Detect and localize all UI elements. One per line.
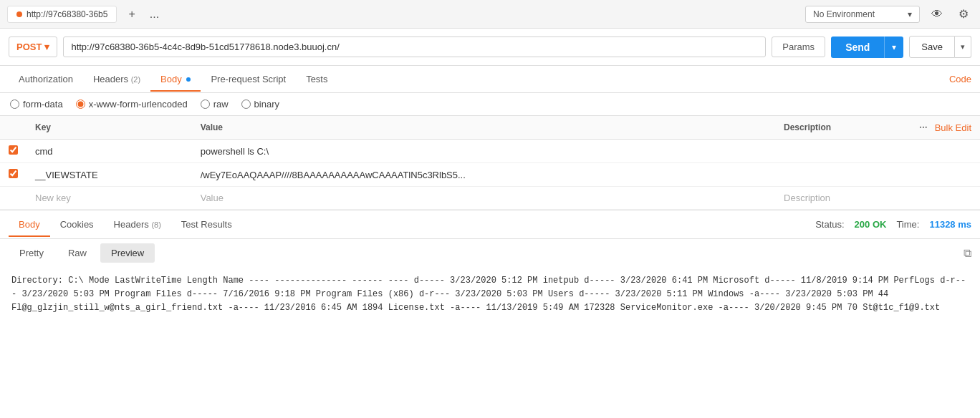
new-value-cell[interactable]: Value <box>192 187 775 210</box>
raw-option[interactable]: raw <box>201 99 229 110</box>
url-bar: POST ▾ Params Send ▾ Save ▾ <box>0 29 980 66</box>
new-key-row: New key Value Description <box>0 187 980 210</box>
preview-tab-preview[interactable]: Preview <box>100 243 155 263</box>
params-button[interactable]: Params <box>772 37 825 57</box>
response-tabs-row: Body Cookies Headers (8) Test Results St… <box>0 210 980 239</box>
row1-checkbox[interactable] <box>9 145 18 155</box>
top-bar: http://97c68380-36b5 + ... No Environmen… <box>0 0 980 29</box>
tab-label: http://97c68380-36b5 <box>27 9 107 19</box>
tab-tests[interactable]: Tests <box>296 68 337 92</box>
new-key-cell[interactable]: New key <box>27 187 192 210</box>
copy-response-button[interactable]: ⧉ <box>964 247 971 260</box>
bulk-edit-button[interactable]: Bulk Edit <box>935 122 971 133</box>
time-value: 11328 ms <box>929 219 971 230</box>
tab-headers[interactable]: Headers (2) <box>83 68 150 92</box>
chevron-down-icon: ▾ <box>908 9 912 19</box>
table-row: cmd powershell ls C:\ <box>0 140 980 163</box>
method-chevron-icon: ▾ <box>44 42 49 52</box>
x-www-radio[interactable] <box>76 99 85 109</box>
code-link[interactable]: Code <box>949 74 971 84</box>
more-icon[interactable]: ··· <box>919 122 928 133</box>
params-table: Key Value Description ··· Bulk Edit cmd … <box>0 116 980 210</box>
row2-value[interactable]: /wEy7EoAAQAAAP////8BAAAAAAAAAAwCAAAATlN5… <box>192 163 775 187</box>
row1-key[interactable]: cmd <box>27 140 192 163</box>
x-www-option[interactable]: x-www-form-urlencoded <box>76 99 188 110</box>
add-tab-button[interactable]: + <box>124 6 139 22</box>
col-checkbox <box>0 116 27 140</box>
more-button[interactable]: ... <box>145 6 163 22</box>
row2-checkbox[interactable] <box>9 169 18 178</box>
resp-tab-headers[interactable]: Headers (8) <box>104 213 171 237</box>
col-key: Key <box>27 116 192 140</box>
binary-option[interactable]: binary <box>241 99 279 110</box>
row2-key[interactable]: __VIEWSTATE <box>27 163 192 187</box>
send-btn-group: Send ▾ <box>831 37 903 58</box>
col-description: Description <box>775 116 908 140</box>
environment-select[interactable]: No Environment ▾ <box>805 6 920 23</box>
save-dropdown-button[interactable]: ▾ <box>955 36 971 58</box>
resp-tab-test-results[interactable]: Test Results <box>171 213 242 237</box>
tab-body[interactable]: Body <box>150 68 201 92</box>
send-dropdown-button[interactable]: ▾ <box>884 37 903 58</box>
method-dropdown[interactable]: POST ▾ <box>9 37 57 57</box>
eye-icon-button[interactable]: 👁 <box>927 6 947 22</box>
gear-icon-button[interactable]: ⚙ <box>954 6 973 22</box>
new-desc-cell[interactable]: Description <box>775 187 908 210</box>
tab-actions: + ... <box>124 6 163 22</box>
row2-actions <box>908 163 980 187</box>
url-input[interactable] <box>63 37 766 57</box>
tab-pre-request[interactable]: Pre-request Script <box>201 68 296 92</box>
tab-dot <box>16 11 22 17</box>
form-data-option[interactable]: form-data <box>10 99 63 110</box>
new-row-actions <box>908 187 980 210</box>
table-row: __VIEWSTATE /wEy7EoAAQAAAP////8BAAAAAAAA… <box>0 163 980 187</box>
col-value: Value <box>192 116 775 140</box>
save-btn-group: Save ▾ <box>909 36 971 58</box>
response-status-bar: Status: 200 OK Time: 11328 ms <box>815 219 971 230</box>
method-label: POST <box>16 42 42 52</box>
env-label: No Environment <box>813 9 875 19</box>
form-data-radio[interactable] <box>10 99 19 109</box>
row1-value[interactable]: powershell ls C:\ <box>192 140 775 163</box>
active-tab[interactable]: http://97c68380-36b5 <box>7 6 117 23</box>
preview-tab-pretty[interactable]: Pretty <box>9 243 54 263</box>
body-type-options: form-data x-www-form-urlencoded raw bina… <box>0 93 980 116</box>
response-content: Directory: C:\ Mode LastWriteTime Length… <box>0 267 980 323</box>
preview-tabs-row: Pretty Raw Preview ⧉ <box>0 239 980 267</box>
status-value: 200 OK <box>855 219 887 230</box>
binary-radio[interactable] <box>241 99 251 109</box>
preview-tab-raw[interactable]: Raw <box>57 243 97 263</box>
resp-tab-cookies[interactable]: Cookies <box>50 213 104 237</box>
body-dot-indicator <box>186 77 191 82</box>
response-section: Body Cookies Headers (8) Test Results St… <box>0 210 980 323</box>
resp-tab-body[interactable]: Body <box>9 213 50 237</box>
row1-actions <box>908 140 980 163</box>
row2-description[interactable] <box>775 163 908 187</box>
request-tabs: Authorization Headers (2) Body Pre-reque… <box>0 66 980 93</box>
tab-authorization[interactable]: Authorization <box>9 68 83 92</box>
top-bar-right: No Environment ▾ 👁 ⚙ <box>805 6 973 23</box>
send-button[interactable]: Send <box>831 37 884 58</box>
col-actions: ··· Bulk Edit <box>908 116 980 140</box>
save-button[interactable]: Save <box>909 36 955 58</box>
row1-description[interactable] <box>775 140 908 163</box>
raw-radio[interactable] <box>201 99 210 109</box>
